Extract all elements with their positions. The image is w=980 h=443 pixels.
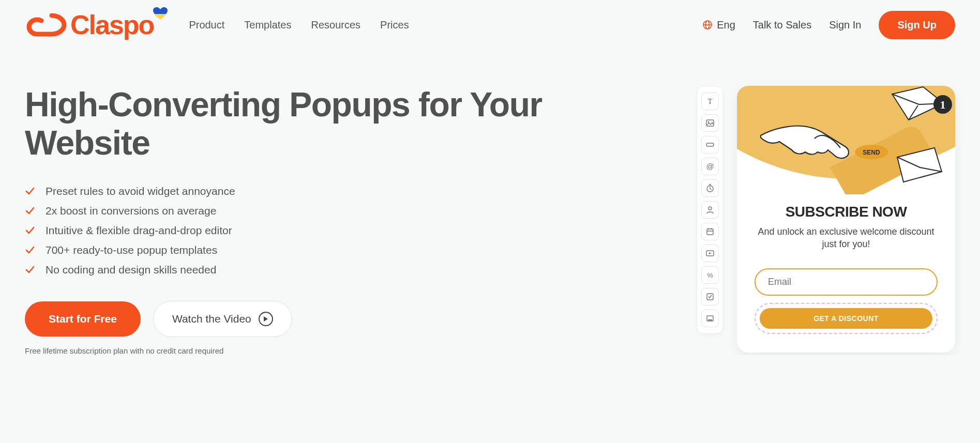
bullet-text: 700+ ready-to-use popup templates — [46, 244, 217, 256]
check-icon — [25, 245, 35, 255]
popup-button-selection[interactable]: GET A DISCOUNT — [755, 303, 938, 334]
bullet-1: Preset rules to avoid widget annoyance — [25, 185, 564, 197]
language-label: Eng — [717, 19, 735, 31]
bullet-2: 2x boost in conversions on average — [25, 205, 564, 217]
popup-illustration: SEND 1 — [737, 86, 955, 194]
nav-prices[interactable]: Prices — [380, 19, 409, 31]
hero-bullets: Preset rules to avoid widget annoyance 2… — [25, 185, 564, 276]
sign-in-link[interactable]: Sign In — [829, 19, 861, 31]
bullet-text: 2x boost in conversions on average — [46, 205, 216, 217]
globe-icon — [702, 20, 713, 30]
check-icon — [25, 265, 35, 275]
check-icon — [25, 186, 35, 196]
popup-discount-button[interactable]: GET A DISCOUNT — [760, 308, 932, 329]
svg-text:@: @ — [706, 162, 714, 171]
nav-product[interactable]: Product — [189, 19, 224, 31]
right-nav: Eng Talk to Sales Sign In Sign Up — [702, 11, 955, 39]
cta-row: Start for Free Watch the Video — [25, 301, 564, 337]
hero-content: High-Converting Popups for Your Website … — [25, 86, 564, 355]
talk-to-sales-link[interactable]: Talk to Sales — [753, 19, 811, 31]
check-icon — [25, 206, 35, 216]
email-icon[interactable]: @ — [701, 158, 719, 175]
popup-title: SUBSCRIBE NOW — [755, 204, 938, 220]
popup-preview: SEND 1 — [737, 86, 955, 353]
bullet-text: Intuitive & flexible drag-and-drop edito… — [46, 224, 232, 237]
logo[interactable]: Claspo — [25, 9, 154, 40]
svg-rect-10 — [707, 229, 713, 235]
hero-section: High-Converting Popups for Your Website … — [25, 86, 955, 355]
svg-rect-6 — [706, 143, 714, 146]
person-icon[interactable] — [701, 201, 719, 219]
bullet-text: Preset rules to avoid widget annoyance — [46, 185, 235, 197]
editor-preview: T @ % — [697, 86, 955, 353]
svg-point-5 — [708, 121, 710, 123]
svg-rect-15 — [708, 319, 712, 320]
check-icon — [25, 225, 35, 236]
nav-templates[interactable]: Templates — [244, 19, 291, 31]
popup-email-input[interactable] — [755, 268, 938, 296]
svg-text:T: T — [708, 98, 713, 105]
popup-subtitle: And unlock an exclusive welcome discount… — [755, 225, 938, 251]
start-free-button[interactable]: Start for Free — [25, 301, 141, 337]
hero-title: High-Converting Popups for Your Website — [25, 86, 564, 162]
play-icon — [259, 312, 273, 326]
svg-text:1: 1 — [940, 98, 946, 111]
site-header: Claspo Product Templates Resources Price… — [25, 0, 955, 50]
main-nav: Product Templates Resources Prices — [189, 19, 409, 31]
sign-up-button[interactable]: Sign Up — [879, 11, 955, 39]
image-icon[interactable] — [701, 114, 719, 132]
svg-text:%: % — [707, 271, 713, 279]
text-icon[interactable]: T — [701, 93, 719, 110]
bullet-3: Intuitive & flexible drag-and-drop edito… — [25, 224, 564, 237]
container-icon[interactable] — [701, 310, 719, 327]
ukraine-heart-icon — [153, 7, 168, 21]
watch-video-button[interactable]: Watch the Video — [153, 301, 292, 337]
svg-text:SEND: SEND — [863, 149, 880, 156]
svg-point-9 — [708, 207, 712, 210]
bullet-text: No coding and design skills needed — [46, 264, 216, 276]
discount-icon[interactable]: % — [701, 266, 719, 284]
language-switch[interactable]: Eng — [702, 19, 735, 31]
logo-text: Claspo — [70, 9, 154, 40]
timer-icon[interactable] — [701, 179, 719, 197]
watch-video-label: Watch the Video — [172, 313, 251, 325]
video-icon[interactable] — [701, 245, 719, 262]
hero-subtext: Free lifetime subscription plan with no … — [25, 346, 564, 355]
editor-toolbar: T @ % — [697, 86, 723, 334]
nav-resources[interactable]: Resources — [311, 19, 360, 31]
bullet-4: 700+ ready-to-use popup templates — [25, 244, 564, 256]
bullet-5: No coding and design skills needed — [25, 264, 564, 276]
calendar-icon[interactable] — [701, 223, 719, 240]
button-icon[interactable] — [701, 136, 719, 154]
checkbox-icon[interactable] — [701, 288, 719, 305]
logo-mark-icon — [25, 11, 68, 38]
